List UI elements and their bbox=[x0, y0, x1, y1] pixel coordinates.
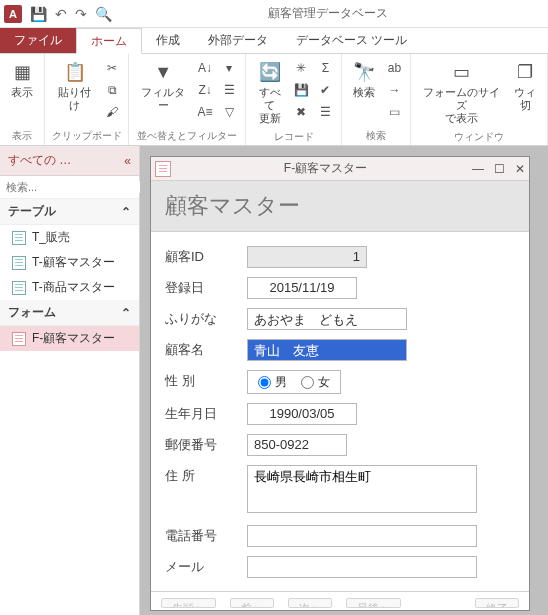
preview-icon[interactable]: 🔍 bbox=[95, 6, 112, 22]
tab-create[interactable]: 作成 bbox=[142, 28, 194, 53]
binoculars-icon: 🔭 bbox=[352, 60, 376, 84]
spelling-icon[interactable]: ✔ bbox=[315, 80, 335, 100]
minimize-icon[interactable]: — bbox=[472, 162, 484, 176]
radio-male[interactable]: 男 bbox=[258, 374, 287, 391]
filter-button[interactable]: ▼ フィルター bbox=[135, 58, 191, 114]
switch-window-button[interactable]: ❐ ウィ 切 bbox=[509, 58, 541, 114]
tab-external[interactable]: 外部データ bbox=[194, 28, 282, 53]
ribbon: ▦ 表示 表示 📋 貼り付け ✂ ⧉ 🖌 クリップボード ▼ フィルター bbox=[0, 54, 548, 146]
label-birth: 生年月日 bbox=[165, 403, 247, 423]
save-record-icon[interactable]: 💾 bbox=[291, 80, 311, 100]
goto-icon[interactable]: → bbox=[384, 80, 404, 100]
replace-icon[interactable]: ab bbox=[384, 58, 404, 78]
field-tel[interactable] bbox=[247, 525, 477, 547]
maximize-icon[interactable]: ☐ bbox=[494, 162, 505, 176]
radio-male-label: 男 bbox=[275, 374, 287, 391]
nav-header[interactable]: すべての … « bbox=[0, 146, 139, 176]
funnel-icon: ▼ bbox=[151, 60, 175, 84]
form-body: 顧客ID1 登録日2015/11/19 ふりがなあおやま どもえ 顧客名青山 友… bbox=[151, 232, 529, 591]
field-id[interactable]: 1 bbox=[247, 246, 367, 268]
tab-dbtools[interactable]: データベース ツール bbox=[282, 28, 421, 53]
save-icon[interactable]: 💾 bbox=[30, 6, 47, 22]
copy-icon[interactable]: ⧉ bbox=[102, 80, 122, 100]
field-furigana[interactable]: あおやま どもえ bbox=[247, 308, 407, 330]
tab-file[interactable]: ファイル bbox=[0, 28, 76, 53]
label-name: 顧客名 bbox=[165, 339, 247, 359]
view-label: 表示 bbox=[11, 86, 33, 99]
collapse-icon: ⌃ bbox=[121, 205, 131, 219]
nav-item-label: F-顧客マスター bbox=[32, 330, 115, 347]
refresh-label: すべて 更新 bbox=[256, 86, 283, 126]
form-window-icon bbox=[155, 161, 171, 177]
main-area: すべての … « 🔍 テーブル ⌃ T_販売 T-顧客マスター T-商品マスター… bbox=[0, 146, 548, 615]
ribbon-group-clipboard: 📋 貼り付け ✂ ⧉ 🖌 クリップボード bbox=[45, 54, 129, 145]
form-icon bbox=[12, 332, 26, 346]
table-item[interactable]: T-顧客マスター bbox=[0, 250, 139, 275]
view-button[interactable]: ▦ 表示 bbox=[6, 58, 38, 101]
table-item[interactable]: T-商品マスター bbox=[0, 275, 139, 300]
first-button[interactable]: 先頭へ bbox=[161, 598, 216, 608]
redo-icon[interactable]: ↷ bbox=[75, 6, 87, 22]
totals-icon[interactable]: Σ bbox=[315, 58, 335, 78]
undo-icon[interactable]: ↶ bbox=[55, 6, 67, 22]
clear-sort-icon[interactable]: A≡ bbox=[195, 102, 215, 122]
ribbon-group-find: 🔭 検索 ab → ▭ 検索 bbox=[342, 54, 411, 145]
last-button[interactable]: 最後へ bbox=[346, 598, 401, 608]
paste-button[interactable]: 📋 貼り付け bbox=[51, 58, 98, 114]
sort-asc-icon[interactable]: A↓ bbox=[195, 58, 215, 78]
new-record-icon[interactable]: ✳ bbox=[291, 58, 311, 78]
sort-desc-icon[interactable]: Z↓ bbox=[195, 80, 215, 100]
field-name[interactable]: 青山 友恵 bbox=[247, 339, 407, 361]
group-label-view: 表示 bbox=[6, 127, 38, 143]
select-icon[interactable]: ▭ bbox=[384, 102, 404, 122]
find-label: 検索 bbox=[353, 86, 375, 99]
tab-home[interactable]: ホーム bbox=[76, 28, 142, 54]
nav-section-tables-label: テーブル bbox=[8, 203, 56, 220]
refresh-button[interactable]: 🔄 すべて 更新 bbox=[252, 58, 287, 128]
table-icon bbox=[12, 256, 26, 270]
field-mail[interactable] bbox=[247, 556, 477, 578]
form-size-button[interactable]: ▭ フォームのサイズ で表示 bbox=[417, 58, 505, 128]
form-footer: 先頭へ 前へ 次へ 最後へ 終了 bbox=[151, 591, 529, 610]
table-icon bbox=[12, 231, 26, 245]
nav-search-input[interactable] bbox=[6, 181, 144, 193]
radio-male-input[interactable] bbox=[258, 376, 271, 389]
delete-record-icon[interactable]: ✖ bbox=[291, 102, 311, 122]
formsize-label: フォームのサイズ で表示 bbox=[421, 86, 501, 126]
table-item[interactable]: T_販売 bbox=[0, 225, 139, 250]
form-item[interactable]: F-顧客マスター bbox=[0, 326, 139, 351]
nav-item-label: T-商品マスター bbox=[32, 279, 115, 296]
close-icon[interactable]: ✕ bbox=[515, 162, 525, 176]
table-icon bbox=[12, 281, 26, 295]
form-header: 顧客マスター bbox=[151, 181, 529, 232]
form-titlebar: F-顧客マスター — ☐ ✕ bbox=[151, 157, 529, 181]
nav-section-forms[interactable]: フォーム ⌃ bbox=[0, 300, 139, 326]
toggle-filter-icon[interactable]: ▽ bbox=[219, 102, 239, 122]
field-regdate[interactable]: 2015/11/19 bbox=[247, 277, 357, 299]
radio-female-label: 女 bbox=[318, 374, 330, 391]
group-label-sort: 並べ替えとフィルター bbox=[135, 127, 239, 143]
format-painter-icon[interactable]: 🖌 bbox=[102, 102, 122, 122]
windows-icon: ❐ bbox=[513, 60, 537, 84]
workspace: F-顧客マスター — ☐ ✕ 顧客マスター 顧客ID1 登録日2015/11/1… bbox=[140, 146, 548, 615]
chevron-left-icon[interactable]: « bbox=[124, 154, 131, 168]
advanced-icon[interactable]: ☰ bbox=[219, 80, 239, 100]
cut-icon[interactable]: ✂ bbox=[102, 58, 122, 78]
group-label-find: 検索 bbox=[348, 127, 404, 143]
field-address[interactable] bbox=[247, 465, 477, 513]
next-button[interactable]: 次へ bbox=[288, 598, 332, 608]
nav-search: 🔍 bbox=[0, 176, 139, 199]
find-button[interactable]: 🔭 検索 bbox=[348, 58, 380, 101]
radio-female[interactable]: 女 bbox=[301, 374, 330, 391]
prev-button[interactable]: 前へ bbox=[230, 598, 274, 608]
radio-female-input[interactable] bbox=[301, 376, 314, 389]
nav-section-tables[interactable]: テーブル ⌃ bbox=[0, 199, 139, 225]
selection-icon[interactable]: ▾ bbox=[219, 58, 239, 78]
field-zip[interactable]: 850-0922 bbox=[247, 434, 347, 456]
label-tel: 電話番号 bbox=[165, 525, 247, 545]
close-button[interactable]: 終了 bbox=[475, 598, 519, 608]
field-birth[interactable]: 1990/03/05 bbox=[247, 403, 357, 425]
grid-icon: ▦ bbox=[10, 60, 34, 84]
more-icon[interactable]: ☰ bbox=[315, 102, 335, 122]
filter-label: フィルター bbox=[139, 86, 187, 112]
